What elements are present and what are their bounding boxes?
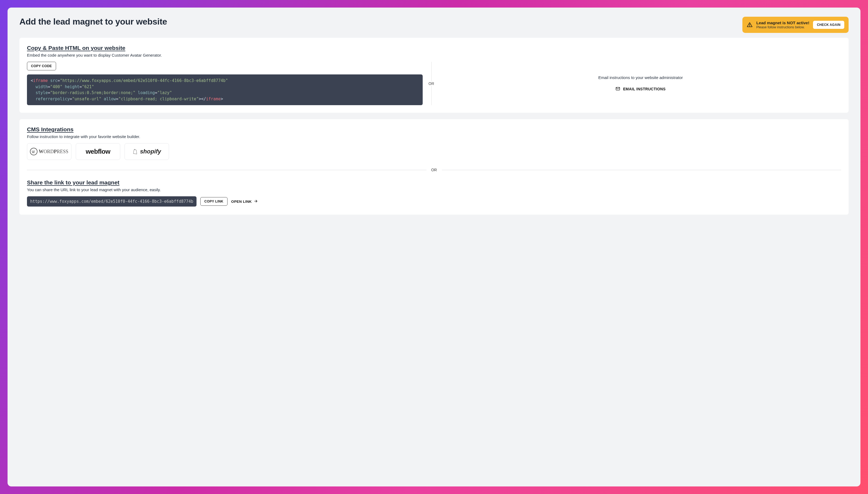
shopify-logo-icon: shopify	[132, 148, 161, 155]
vertical-or-divider: OR	[423, 62, 440, 105]
integration-shopify[interactable]: shopify	[124, 143, 169, 160]
or-label: OR	[429, 81, 434, 86]
copy-section-title: Copy & Paste HTML on your website	[27, 45, 841, 51]
arrow-right-icon	[254, 199, 258, 204]
share-link-card: Share the link to your lead magnet You c…	[19, 172, 849, 215]
copy-right: Email instructions to your website admin…	[440, 62, 841, 105]
share-section-title: Share the link to your lead magnet	[27, 179, 841, 186]
copy-left: COPY CODE <iframe src="https://www.foxya…	[27, 62, 423, 105]
alert-text: Lead magnet is NOT active! Please follow…	[756, 20, 809, 29]
integration-webflow[interactable]: webflow	[76, 143, 120, 160]
envelope-icon	[615, 86, 620, 92]
cms-section-subtitle: Follow instruction to integrate with you…	[27, 134, 841, 139]
header-bar: Add the lead magnet to your website Lead…	[7, 7, 861, 38]
alert-subtitle: Please follow instructions below.	[756, 25, 809, 29]
webflow-logo-icon: webflow	[86, 148, 110, 155]
share-row: https://www.foxyapps.com/embed/62e510f0-…	[27, 196, 841, 207]
open-link-label: OPEN LINK	[231, 200, 252, 204]
page-title: Add the lead magnet to your website	[19, 17, 167, 27]
email-instructions-button[interactable]: EMAIL INSTRUCTIONS	[615, 86, 666, 92]
wordpress-logo-icon: WORDPRESS	[30, 148, 68, 155]
email-instructions-text: Email instructions to your website admin…	[598, 75, 683, 80]
or-label-mid: OR	[427, 168, 442, 172]
check-again-button[interactable]: CHECK AGAIN	[813, 21, 844, 29]
copy-link-button[interactable]: COPY LINK	[200, 197, 228, 206]
alert-inactive: Lead magnet is NOT active! Please follow…	[743, 17, 849, 33]
cms-card: CMS Integrations Follow instruction to i…	[19, 119, 849, 168]
integrations-row: WORDPRESS webflow shopify	[27, 143, 841, 160]
integration-wordpress[interactable]: WORDPRESS	[27, 143, 72, 160]
share-link-field[interactable]: https://www.foxyapps.com/embed/62e510f0-…	[27, 196, 197, 207]
app-window: Add the lead magnet to your website Lead…	[7, 7, 861, 487]
alert-title: Lead magnet is NOT active!	[756, 20, 809, 25]
share-section-subtitle: You can share the URL link to your lead …	[27, 187, 841, 192]
embed-code-block[interactable]: <iframe src="https://www.foxyapps.com/em…	[27, 74, 423, 105]
open-link-button[interactable]: OPEN LINK	[231, 199, 258, 204]
copy-paste-card: Copy & Paste HTML on your website Embed …	[19, 38, 849, 113]
email-instructions-label: EMAIL INSTRUCTIONS	[623, 87, 666, 91]
svg-point-1	[749, 26, 750, 26]
horizontal-or-divider: OR	[27, 168, 841, 172]
warning-triangle-icon	[747, 22, 753, 28]
copy-code-button[interactable]: COPY CODE	[27, 62, 56, 70]
copy-row: COPY CODE <iframe src="https://www.foxya…	[27, 62, 841, 105]
cms-section-title: CMS Integrations	[27, 126, 841, 133]
copy-section-subtitle: Embed the code anywhere you want to disp…	[27, 53, 841, 57]
